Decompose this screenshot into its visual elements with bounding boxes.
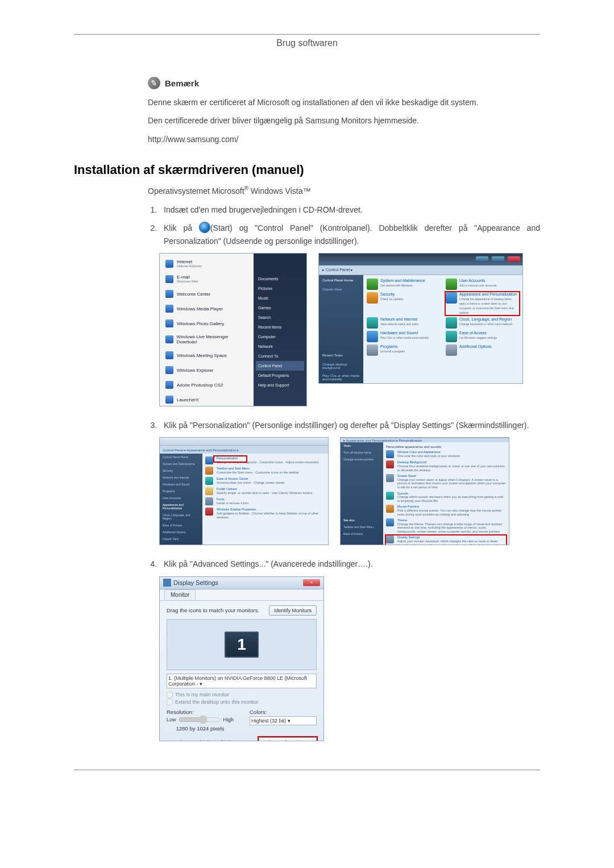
start-right-item: Recent Items [256, 322, 304, 332]
system-icon [367, 279, 378, 290]
start-right-item: Games [256, 303, 304, 313]
screenshot-personalization: ▸ Appearance and Personalization ▸ Perso… [340, 437, 509, 545]
cp-side-recent: Recent Tasks [319, 350, 363, 360]
chk-extend-desktop: Extend the desktop onto this monitor [167, 699, 317, 705]
side-link: Ease of Access [160, 522, 202, 529]
advanced-settings-button: Advanced Settings… [259, 737, 317, 741]
tab-bar: Monitor [160, 589, 323, 601]
background-icon [386, 460, 394, 468]
sidebar-icon [205, 508, 213, 516]
start-right-item: Connect To [256, 351, 304, 361]
how-do-i-link: How do I get the best display? [167, 739, 239, 741]
side-link: Turn off window frame [341, 449, 383, 456]
maximize-button [492, 256, 504, 262]
colors-label: Colors: [250, 709, 317, 715]
resolution-label: Resolution: [167, 709, 234, 715]
app-icon [165, 381, 173, 389]
screenshot-appearance: Control Panel ▸ Appearance and Personali… [159, 437, 329, 545]
clock-icon [446, 317, 457, 329]
window-titlebar: Display Settings × [160, 577, 323, 589]
start-right-item: Search [256, 313, 304, 322]
window-titlebar [319, 254, 522, 265]
cp-cat-clock: Clock, Language, and RegionChange keyboa… [446, 317, 519, 329]
step-2-post: (Start) og "Control Panel" (Kontrolpanel… [164, 223, 540, 245]
entry-window-color: Window Color and AppearanceFine tune the… [386, 450, 506, 458]
note-paragraph-2: Den certificerede driver bliver tilgænge… [148, 114, 534, 127]
app-icon [165, 351, 173, 359]
side-link: Ease of Access [341, 530, 383, 537]
start-item: Welcome Center [162, 286, 251, 301]
step-2-pre: Klik på [164, 223, 199, 232]
step-3: Klik på "Personalization" (Personlige in… [159, 419, 540, 431]
app-icon [165, 319, 173, 327]
note-icon [148, 77, 160, 89]
minimize-button [476, 256, 488, 262]
main-monitor-checkbox [167, 692, 173, 698]
drag-instructions: Drag the icons to match your monitors. [167, 607, 259, 613]
cp-side-header: Control Panel Home [319, 275, 363, 285]
start-right-item: Computer [256, 332, 304, 342]
note-title: Bemærk [165, 78, 199, 88]
display-dialog-icon [163, 579, 171, 587]
side-link: Network and Internet [160, 474, 202, 481]
resolution-slider [179, 715, 221, 724]
side-link: Classic View [160, 535, 202, 542]
highlight-box [445, 291, 520, 316]
app-icon [165, 305, 173, 313]
entry-fonts: FontsInstall or remove a font [205, 497, 325, 505]
security-icon [367, 292, 378, 304]
programs-icon [367, 344, 378, 356]
res-low-label: Low [167, 717, 176, 722]
res-high-label: High [223, 717, 234, 722]
cp-side-classic: Classic View [319, 285, 363, 293]
theme-icon [386, 518, 394, 526]
note-url: http://www.samsung.com/ [148, 133, 534, 146]
highlight-box [213, 455, 247, 463]
app-icon [165, 290, 173, 298]
chk-main-monitor: This is my main monitor [167, 692, 317, 698]
entry-display-settings: Display SettingsAdjust your monitor reso… [386, 535, 506, 545]
entry-ease: Ease of Access CenterAccommodate low vis… [205, 477, 325, 485]
os-suffix: Windows Vista™ [248, 186, 310, 196]
mouse-icon [386, 505, 394, 513]
sounds-icon [386, 492, 394, 500]
step-4: Klik på "Advanced Settings..." (Avancere… [159, 558, 540, 570]
start-item: Windows Explorer [162, 363, 251, 377]
monitor-select: 1. (Multiple Monitors) on NVIDIA GeForce… [167, 674, 317, 688]
cp-recent-item: Change desktop background [319, 360, 363, 372]
section-heading: Installation af skærmdriveren (manuel) [74, 163, 540, 177]
entry-folder: Folder OptionsSpecify single- or double-… [205, 487, 325, 495]
app-icon [165, 275, 173, 283]
start-item: Adobe Photoshop CS2 [162, 377, 251, 392]
monitor-preview: 1 [167, 619, 317, 670]
side-task: Tasks [341, 442, 383, 449]
start-item: Windows Media Player [162, 301, 251, 316]
side-link: Security [160, 467, 202, 474]
window-titlebar [160, 438, 328, 446]
side-link: Control Panel Home [160, 454, 202, 460]
entry-screensaver: Screen SaverChange your screen saver or … [386, 474, 506, 489]
window-color-icon [386, 450, 394, 458]
breadcrumb: ▸ Appearance and Personalization ▸ Perso… [341, 438, 509, 442]
network-icon [367, 317, 378, 329]
side-link: Programs [160, 488, 202, 495]
pz-header: Personalize appearance and sounds [386, 445, 506, 448]
cp-cat-users: User AccountsAdd or remove user accounts [446, 279, 519, 290]
svg-rect-0 [163, 579, 171, 587]
side-link: User Accounts [160, 495, 202, 501]
hardware-icon [367, 331, 378, 342]
entry-sidebar: Windows Sidebar PropertiesAdd gadgets to… [205, 508, 325, 519]
start-item: E-mailWindows Mail [162, 271, 251, 286]
start-item: InternetInternet Explorer [162, 256, 251, 271]
close-button [508, 256, 520, 262]
cp-cat-ease: Ease of AccessLet Windows suggest settin… [446, 331, 519, 342]
additional-icon [446, 344, 457, 356]
highlight-box [258, 736, 318, 741]
side-link-active: Appearance and Personalization [160, 501, 202, 512]
users-icon [446, 279, 457, 290]
ease-icon [446, 331, 457, 342]
app-icon [165, 396, 173, 404]
side-seealso: See also [341, 517, 383, 524]
start-button-icon [199, 222, 210, 233]
side-link: Taskbar and Start Menu [341, 524, 383, 530]
